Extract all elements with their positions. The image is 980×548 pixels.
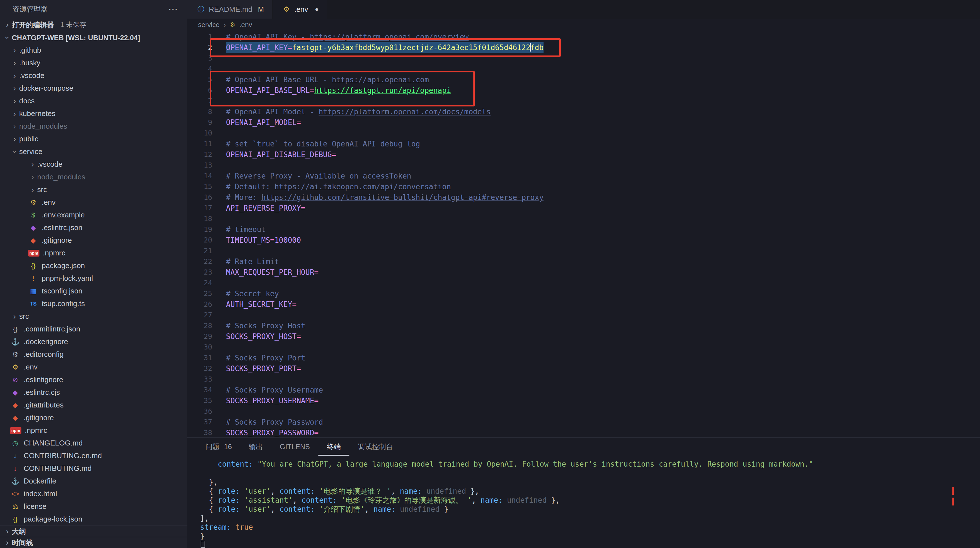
timeline-label: 时间线 <box>12 538 33 548</box>
git-modified-badge: M <box>258 5 264 14</box>
code-line[interactable]: 38 SOCKS_PROXY_PASSWORD= <box>188 427 980 437</box>
tree-item-public[interactable]: › public <box>0 133 188 145</box>
tree-item-kubernetes[interactable]: › kubernetes <box>0 107 188 120</box>
code-line[interactable]: 23 MAX_REQUEST_PER_HOUR= <box>188 267 980 278</box>
tree-item-.husky[interactable]: › .husky <box>0 57 188 69</box>
tree-item-.eslintrc.cjs[interactable]: ◆ .eslintrc.cjs <box>0 386 188 399</box>
tree-item-.npmrc[interactable]: npm .npmrc <box>0 424 188 437</box>
code-line[interactable]: 20 TIMEOUT_MS=100000 <box>188 235 980 246</box>
tree-item-.commitlintrc.json[interactable]: {} .commitlintrc.json <box>0 323 188 335</box>
tree-item-.vscode[interactable]: › .vscode <box>0 158 188 171</box>
code-line[interactable]: 32 SOCKS_PROXY_PORT= <box>188 363 980 374</box>
tree-item-src[interactable]: › src <box>0 183 188 196</box>
code-line[interactable]: 11 # set `true` to disable OpenAI API de… <box>188 138 980 149</box>
panel-tab-gitlens[interactable]: GITLENS <box>271 438 318 456</box>
code-line[interactable]: 12 OPENAI_API_DISABLE_DEBUG= <box>188 149 980 160</box>
code-line[interactable]: 3 <box>188 53 980 64</box>
code-line[interactable]: 22 # Rate Limit <box>188 256 980 267</box>
code-line[interactable]: 26 AUTH_SECRET_KEY= <box>188 299 980 310</box>
code-line[interactable]: 1 # OpenAI API Key - https://platform.op… <box>188 32 980 42</box>
terminal[interactable]: content: "You are ChatGPT, a large langu… <box>188 456 980 548</box>
tree-item-CONTRIBUTING.en.md[interactable]: ↓ CONTRIBUTING.en.md <box>0 450 188 462</box>
panel-tab-output[interactable]: 输出 <box>240 438 271 456</box>
panel-tab-terminal[interactable]: 终端 <box>318 438 349 456</box>
tree-item-license[interactable]: ⚖ license <box>0 500 188 513</box>
open-editors-section[interactable]: › 打开的编辑器 1 未保存 <box>0 18 188 32</box>
tree-item-CONTRIBUTING.md[interactable]: ↓ CONTRIBUTING.md <box>0 462 188 475</box>
code-line[interactable]: 10 <box>188 128 980 138</box>
code-line[interactable]: 31 # Socks Proxy Port <box>188 353 980 363</box>
tree-item-.env.example[interactable]: $ .env.example <box>0 209 188 221</box>
tree-item-service[interactable]: › service <box>0 145 188 158</box>
code-line[interactable]: 14 # Reverse Proxy - Available on access… <box>188 171 980 181</box>
tree-item-.gitignore[interactable]: ◆ .gitignore <box>0 411 188 424</box>
anchor-icon: ⚓ <box>10 338 20 346</box>
tree-item-tsconfig.json[interactable]: ▦ tsconfig.json <box>0 285 188 297</box>
tree-item-.eslintrc.json[interactable]: ◆ .eslintrc.json <box>0 221 188 234</box>
code-line[interactable]: 18 <box>188 213 980 224</box>
tree-item-.env[interactable]: ⚙ .env <box>0 361 188 373</box>
code-line[interactable]: 13 <box>188 160 980 171</box>
code-line[interactable]: 37 # Socks Proxy Password <box>188 417 980 427</box>
code-line[interactable]: 27 <box>188 310 980 321</box>
tree-item-CHANGELOG.md[interactable]: ◷ CHANGELOG.md <box>0 437 188 450</box>
code-line[interactable]: 30 <box>188 342 980 353</box>
tree-item-.gitignore[interactable]: ◆ .gitignore <box>0 234 188 247</box>
tree-item-node_modules[interactable]: › node_modules <box>0 120 188 133</box>
code-text: # Rate Limit <box>226 256 279 267</box>
code-line[interactable]: 9 OPENAI_API_MODEL= <box>188 117 980 128</box>
panel-tab-problems[interactable]: 问题 16 <box>197 438 240 456</box>
tree-item-package.json[interactable]: {} package.json <box>0 259 188 272</box>
code-line[interactable]: 5 # OpenAI API Base URL - https://api.op… <box>188 74 980 85</box>
tree-item-.npmrc[interactable]: npm .npmrc <box>0 247 188 259</box>
tree-item-docs[interactable]: › docs <box>0 95 188 107</box>
tree-item-label: node_modules <box>37 173 85 181</box>
code-line[interactable]: 36 <box>188 406 980 417</box>
breadcrumb-file[interactable]: .env <box>239 21 252 29</box>
tree-item-.github[interactable]: › .github <box>0 44 188 57</box>
gear-icon: ⚙ <box>281 5 291 13</box>
code-line[interactable]: 34 # Socks Proxy Username <box>188 385 980 396</box>
tree-item-docker-compose[interactable]: › docker-compose <box>0 82 188 95</box>
tree-item-.vscode[interactable]: › .vscode <box>0 69 188 82</box>
code-line[interactable]: 29 SOCKS_PROXY_HOST= <box>188 331 980 342</box>
code-line[interactable]: 25 # Secret key <box>188 288 980 299</box>
code-line[interactable]: 21 <box>188 246 980 256</box>
workspace-section[interactable]: › CHATGPT-WEB [WSL: UBUNTU-22.04] <box>0 32 188 44</box>
tree-item-.editorconfig[interactable]: ⚙ .editorconfig <box>0 348 188 361</box>
tree-item-.dockerignore[interactable]: ⚓ .dockerignore <box>0 335 188 348</box>
code-line[interactable]: 15 # Default: https://ai.fakeopen.com/ap… <box>188 181 980 192</box>
unsaved-dot-icon[interactable]: ● <box>315 6 319 13</box>
breadcrumb-folder[interactable]: service <box>198 21 220 29</box>
tree-item-tsup.config.ts[interactable]: TS tsup.config.ts <box>0 297 188 310</box>
code-line[interactable]: 17 API_REVERSE_PROXY= <box>188 203 980 213</box>
panel-tab-label: 终端 <box>327 442 341 451</box>
panel-tab-debug-console[interactable]: 调试控制台 <box>349 438 401 456</box>
code-line[interactable]: 19 # timeout <box>188 224 980 235</box>
tree-item-.env[interactable]: ⚙ .env <box>0 196 188 209</box>
code-line[interactable]: 2 OPENAI_API_KEY=fastgpt-y6b3axfbdd5wyp0… <box>188 42 980 53</box>
code-line[interactable]: 35 SOCKS_PROXY_USERNAME= <box>188 396 980 406</box>
code-line[interactable]: 28 # Socks Proxy Host <box>188 321 980 331</box>
tree-item-Dockerfile[interactable]: ⚓ Dockerfile <box>0 475 188 488</box>
code-line[interactable]: 6 OPENAI_API_BASE_URL=https://fastgpt.ru… <box>188 85 980 96</box>
tree-item-package-lock.json[interactable]: {} package-lock.json <box>0 513 188 526</box>
code-line[interactable]: 33 <box>188 374 980 385</box>
code-line[interactable]: 8 # OpenAI API Model - https://platform.… <box>188 106 980 117</box>
code-line[interactable]: 24 <box>188 278 980 288</box>
tree-item-src[interactable]: › src <box>0 310 188 323</box>
tree-item-index.html[interactable]: <> index.html <box>0 488 188 500</box>
code-line[interactable]: 4 <box>188 64 980 74</box>
more-actions-icon[interactable]: ⋯ <box>168 3 178 15</box>
code-line[interactable]: 7 <box>188 96 980 106</box>
code-line[interactable]: 16 # More: https://github.com/transitive… <box>188 192 980 203</box>
tree-item-node_modules[interactable]: › node_modules <box>0 171 188 183</box>
tab-readme-md[interactable]: ⓘ README.md M <box>188 0 273 19</box>
tree-item-.eslintignore[interactable]: ⊘ .eslintignore <box>0 373 188 386</box>
tree-item-.gitattributes[interactable]: ◆ .gitattributes <box>0 399 188 411</box>
code-editor[interactable]: 1 # OpenAI API Key - https://platform.op… <box>188 31 980 437</box>
tab-env[interactable]: ⚙ .env ● <box>273 0 328 19</box>
outline-section[interactable]: › 大纲 <box>0 526 188 537</box>
timeline-section[interactable]: › 时间线 <box>0 537 188 548</box>
tree-item-pnpm-lock.yaml[interactable]: ! pnpm-lock.yaml <box>0 272 188 285</box>
